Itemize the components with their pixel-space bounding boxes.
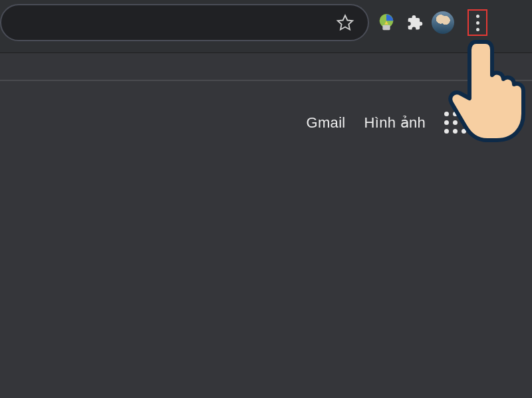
svg-rect-2 (382, 25, 390, 31)
browser-toolbar (0, 0, 532, 53)
idm-extension-icon[interactable] (376, 12, 397, 33)
google-apps-icon[interactable] (444, 112, 467, 134)
images-link[interactable]: Hình ảnh (364, 114, 426, 132)
content-separator (0, 80, 532, 81)
account-avatar-icon[interactable] (485, 106, 520, 140)
address-bar[interactable] (0, 4, 369, 41)
profile-avatar-icon[interactable] (432, 11, 454, 34)
toolbar-actions (376, 4, 487, 41)
kebab-icon (476, 15, 479, 31)
svg-marker-0 (338, 15, 352, 29)
extensions-icon[interactable] (405, 13, 424, 32)
bookmark-star-icon[interactable] (336, 13, 354, 32)
google-header-links: Gmail Hình ảnh (307, 103, 520, 143)
chrome-window: Gmail Hình ảnh (0, 0, 532, 398)
more-menu-button[interactable] (467, 9, 487, 36)
gmail-link[interactable]: Gmail (307, 114, 346, 132)
